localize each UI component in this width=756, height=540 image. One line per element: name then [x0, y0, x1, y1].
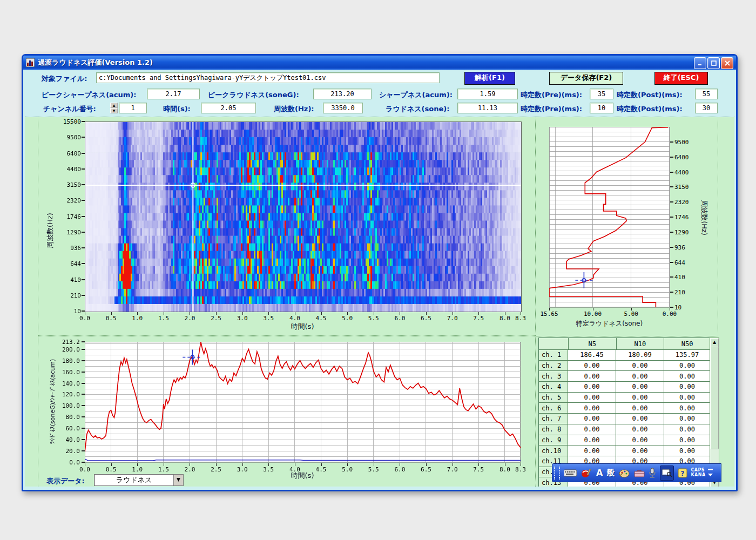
ime-general-mode[interactable]: 般	[606, 467, 615, 480]
specific-loudness-plot[interactable]	[549, 127, 671, 308]
ime-alpha-mode[interactable]: A	[596, 467, 603, 480]
table-cell: 0.00	[616, 382, 664, 392]
ime-input-mode-icon[interactable]	[580, 467, 592, 480]
peak-sharpness-value: 2.17	[147, 89, 200, 99]
specific-loudness-ytick: 1290	[674, 229, 698, 236]
specific-loudness-ytick: 9500	[674, 139, 698, 146]
ime-palette-icon[interactable]	[618, 467, 630, 480]
dropdown-arrow-icon[interactable]: ▼	[173, 475, 183, 485]
table-header-cell: N10	[617, 338, 665, 349]
analyze-button[interactable]: 解析(F1)	[464, 72, 515, 85]
ime-help-icon[interactable]: ?	[678, 467, 687, 480]
spectrogram-xtick: 8.3	[510, 315, 531, 322]
ime-minimize-icon[interactable]	[708, 469, 713, 470]
time-constant-post1-label: 時定数(Post)(ms):	[617, 90, 683, 100]
specific-loudness-xtick: 5.00	[618, 310, 644, 318]
ime-kana-label[interactable]: KANA	[691, 473, 705, 477]
loudness-value: 11.13	[457, 103, 518, 113]
sharpness-value: 1.59	[457, 89, 518, 99]
ime-language-bar: A 般 ? CAPS KANA	[552, 463, 721, 482]
spectrogram-xtick: 2.5	[205, 315, 227, 322]
maximize-button[interactable]	[707, 57, 720, 69]
microphone-icon[interactable]	[649, 467, 656, 480]
table-row: ch. 50.000.000.00	[539, 393, 710, 403]
file-path-input[interactable]: c:¥Documents and Settings¥hagiwara-y¥デスク…	[96, 72, 440, 83]
time-value: 2.05	[201, 103, 256, 113]
scrollbar-thumb[interactable]	[710, 347, 719, 449]
time-constant-pre2-value[interactable]: 10	[590, 103, 613, 113]
time-constant-pre1-value[interactable]: 35	[590, 89, 613, 99]
title-bar[interactable]: 過渡ラウドネス評価(Version 1.2)	[23, 56, 736, 70]
file-label: 対象ファイル:	[42, 74, 87, 84]
table-cell: 0.00	[664, 424, 710, 435]
table-row-label: ch. 6	[539, 403, 568, 413]
table-row-label: ch. 9	[539, 435, 568, 446]
ime-grip-handle[interactable]	[554, 467, 560, 480]
table-cell: 0.00	[664, 414, 710, 424]
time-history-xtick: 1.0	[126, 466, 148, 473]
table-cell: 0.00	[664, 382, 710, 392]
client-area: 対象ファイル: c:¥Documents and Settings¥hagiwa…	[25, 70, 734, 487]
keyboard-icon[interactable]	[564, 467, 577, 480]
time-constant-post1-value[interactable]: 55	[695, 89, 718, 99]
spectrogram-xtick: 2.0	[179, 315, 200, 322]
scroll-up-icon[interactable]: ▲	[710, 338, 719, 347]
time-history-xtick: 5.0	[336, 466, 358, 473]
table-row: ch. 70.000.000.00	[539, 414, 710, 424]
table-row: ch. 1186.45180.09135.97	[539, 350, 710, 361]
time-history-ylabel: ﾗｳﾄﾞﾈｽ(soneG)/ｼｬｰﾌﾟﾈｽ(acum)	[49, 337, 56, 467]
peak-sharpness-label: ピークシャープネス(acum):	[42, 90, 137, 100]
display-data-dropdown[interactable]: ラウドネス ▼	[94, 474, 184, 486]
spectrogram-ytick: 2320	[53, 197, 81, 204]
table-row: ch. 40.000.000.00	[539, 382, 710, 393]
time-history-plot[interactable]	[85, 342, 522, 463]
time-history-xtick: 8.3	[510, 466, 531, 473]
table-row-label: ch. 5	[539, 393, 568, 403]
spectrogram-heatmap[interactable]	[85, 122, 522, 312]
channel-spinner[interactable]: ▲▼	[110, 103, 118, 113]
table-header-row: N5N10N50	[539, 338, 710, 350]
window-title: 過渡ラウドネス評価(Version 1.2)	[38, 58, 153, 68]
specific-loudness-ytick: 2320	[674, 199, 698, 206]
table-cell: 0.00	[616, 403, 664, 413]
exit-button[interactable]: 終了(ESC)	[654, 72, 708, 85]
table-cell: 0.00	[616, 371, 664, 381]
spin-down-icon[interactable]: ▼	[110, 108, 118, 113]
svg-text:?: ?	[681, 469, 685, 477]
table-cell: 0.00	[664, 403, 710, 413]
table-row-label: ch. 1	[539, 350, 568, 360]
time-history-xtick: 0.5	[100, 466, 122, 473]
spectrogram-ytick: 936	[53, 245, 81, 252]
time-constant-post2-value[interactable]: 30	[695, 103, 718, 113]
spectrogram-ytick: 644	[53, 260, 81, 267]
ime-toolbox-icon[interactable]	[634, 467, 645, 480]
table-header-cell: N5	[569, 338, 617, 349]
time-constant-pre1-label: 時定数(Pre)(ms):	[521, 90, 582, 100]
close-button[interactable]	[721, 57, 733, 69]
spectrogram-xtick: 5.5	[363, 315, 384, 322]
spectrogram-ytick: 410	[53, 276, 81, 284]
ime-pad-icon[interactable]	[660, 465, 674, 481]
time-history-xtick: 5.5	[363, 466, 384, 473]
table-cell: 0.00	[568, 414, 616, 424]
table-row: ch. 90.000.000.00	[539, 435, 710, 446]
spectrogram-xtick: 7.5	[468, 315, 489, 322]
spectrogram-ytick: 210	[53, 292, 81, 299]
spectrogram-xtick: 6.5	[415, 315, 437, 322]
spectrogram-ytick: 4400	[53, 166, 81, 173]
table-cell: 0.00	[568, 393, 616, 403]
ime-caps-label[interactable]: CAPS	[691, 468, 705, 473]
minimize-button[interactable]	[694, 57, 706, 69]
channel-number-value[interactable]: 1	[119, 103, 147, 113]
spin-up-icon[interactable]: ▲	[110, 103, 118, 108]
ime-options-chevron-icon[interactable]	[708, 474, 713, 477]
table-cell: 0.00	[664, 371, 710, 381]
time-history-xtick: 6.0	[389, 466, 410, 473]
save-button[interactable]: データ保存(F2)	[549, 72, 623, 85]
specific-loudness-ytick: 644	[674, 259, 698, 266]
app-window: 過渡ラウドネス評価(Version 1.2) 対象ファイル: c:¥Docume…	[22, 54, 738, 491]
table-row: ch.100.000.000.00	[539, 446, 710, 456]
time-history-xlabel: 時間(s)	[281, 471, 324, 481]
spectrogram-xtick: 3.5	[258, 315, 279, 322]
table-row-label: ch. 7	[539, 414, 568, 424]
